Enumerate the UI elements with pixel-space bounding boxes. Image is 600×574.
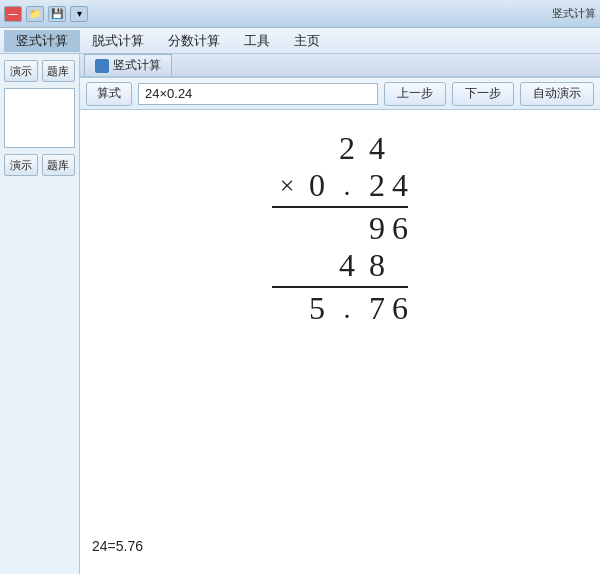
- content-area: 竖式计算 算式 上一步 下一步 自动演示 2: [80, 54, 600, 574]
- r2-dot: .: [332, 167, 362, 204]
- r5-dot: .: [332, 290, 362, 327]
- r3c5: 6: [392, 210, 408, 247]
- r3c1: [272, 210, 302, 247]
- tab-icon: [95, 59, 109, 73]
- sidebar: 演示 题库 演示 题库: [0, 54, 80, 574]
- folder-icon[interactable]: 📁: [26, 6, 44, 22]
- sidebar-row-2: 演示 题库: [0, 152, 79, 178]
- menu-item-tools[interactable]: 工具: [232, 30, 282, 52]
- sidebar-demo-btn-2[interactable]: 演示: [4, 154, 38, 176]
- r2c5: 4: [392, 167, 408, 204]
- menu-item-inline[interactable]: 脱式计算: [80, 30, 156, 52]
- title-bar: — 📁 💾 ▾ 竖式计算: [0, 0, 600, 28]
- r2c2: 0: [302, 167, 332, 204]
- sidebar-panel-1: [4, 88, 75, 148]
- r4c2: [302, 247, 332, 284]
- menu-bar: 竖式计算 脱式计算 分数计算 工具 主页: [0, 28, 600, 54]
- sidebar-demo-btn-1[interactable]: 演示: [4, 60, 38, 82]
- r1c4: 4: [362, 130, 392, 167]
- sidebar-row-1: 演示 题库: [0, 58, 79, 84]
- r5c1: [272, 290, 302, 327]
- r4c5: [392, 247, 408, 284]
- r3c3: [332, 210, 362, 247]
- r5c2: 5: [302, 290, 332, 327]
- next-button[interactable]: 下一步: [452, 82, 514, 106]
- title-bar-icons: — 📁 💾 ▾: [4, 6, 88, 22]
- r2c4: 2: [362, 167, 392, 204]
- sidebar-bank-btn-2[interactable]: 题库: [42, 154, 76, 176]
- tab-strip: 竖式计算: [80, 54, 600, 78]
- close-icon[interactable]: —: [4, 6, 22, 22]
- r5c4: 7: [362, 290, 392, 327]
- r4c1: [272, 247, 302, 284]
- r3c2: [302, 210, 332, 247]
- formula-input[interactable]: [138, 83, 378, 105]
- r4c4: 8: [362, 247, 392, 284]
- tab-vertical-calc[interactable]: 竖式计算: [84, 54, 172, 76]
- sidebar-bank-btn-1[interactable]: 题库: [42, 60, 76, 82]
- r2-op: ×: [272, 167, 302, 204]
- tab-label: 竖式计算: [113, 57, 161, 74]
- calc-row-4: 4 8: [272, 247, 408, 284]
- calc-row-1: 2 4: [272, 130, 408, 167]
- dropdown-icon[interactable]: ▾: [70, 6, 88, 22]
- r1c1: [272, 130, 302, 167]
- calc-row-3: 9 6: [272, 210, 408, 247]
- result-text: 24=5.76: [92, 538, 143, 554]
- title-bar-title: 竖式计算: [552, 6, 596, 21]
- calc-row-5: 5 . 7 6: [272, 290, 408, 327]
- r4c3: 4: [332, 247, 362, 284]
- menu-item-home[interactable]: 主页: [282, 30, 332, 52]
- menu-item-fraction[interactable]: 分数计算: [156, 30, 232, 52]
- r1c3: 2: [332, 130, 362, 167]
- calc-row-2: × 0 . 2 4: [272, 167, 408, 204]
- formula-button[interactable]: 算式: [86, 82, 132, 106]
- menu-item-vertical[interactable]: 竖式计算: [4, 30, 80, 52]
- r1c2: [302, 130, 332, 167]
- calc-area: 2 4 × 0 . 2 4: [80, 110, 600, 574]
- r3c4: 9: [362, 210, 392, 247]
- save-icon[interactable]: 💾: [48, 6, 66, 22]
- main-area: 演示 题库 演示 题库 竖式计算 算式 上一步 下一步 自动演示: [0, 54, 600, 574]
- r5c5: 6: [392, 290, 408, 327]
- toolbar: 算式 上一步 下一步 自动演示: [80, 78, 600, 110]
- prev-button[interactable]: 上一步: [384, 82, 446, 106]
- auto-demo-button[interactable]: 自动演示: [520, 82, 594, 106]
